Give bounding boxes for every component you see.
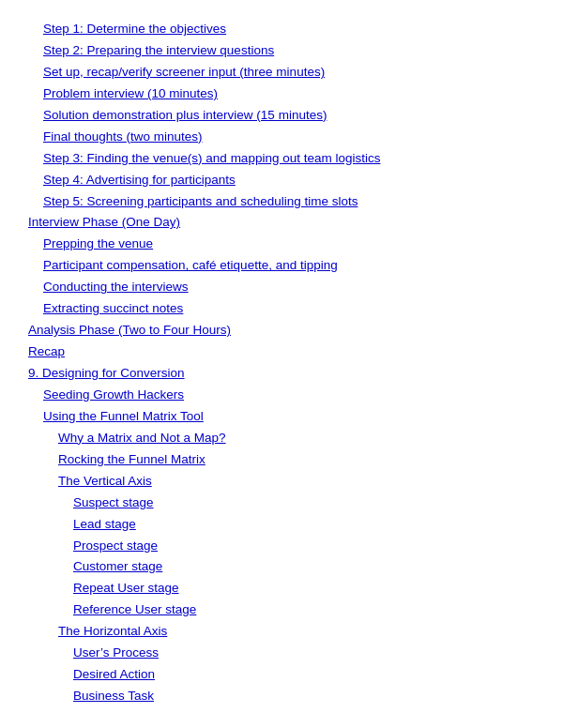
toc-link[interactable]: Step 3: Finding the venue(s) and mapping… — [43, 148, 535, 170]
toc-container: Step 1: Determine the objectivesStep 2: … — [28, 19, 535, 707]
toc-link[interactable]: Suspect stage — [73, 493, 535, 514]
toc-link[interactable]: The Vertical Axis — [58, 471, 535, 493]
toc-link[interactable]: Reference User stage — [73, 599, 535, 621]
toc-link[interactable]: Solution demonstration plus interview (1… — [43, 105, 535, 127]
toc-link[interactable]: Final thoughts (two minutes) — [43, 127, 535, 148]
toc-link[interactable]: Participant compensation, café etiquette… — [43, 255, 535, 277]
toc-link[interactable]: Recap — [28, 341, 535, 363]
toc-link[interactable]: Desired Action — [73, 664, 535, 686]
toc-link[interactable]: Prepping the venue — [43, 234, 535, 255]
toc-link[interactable]: Step 4: Advertising for participants — [43, 170, 535, 191]
toc-link[interactable]: The Horizontal Axis — [58, 621, 535, 643]
toc-link[interactable]: Seeding Growth Hackers — [43, 385, 535, 406]
toc-link[interactable]: Set up, recap/verify screener input (thr… — [43, 62, 535, 83]
toc-link[interactable]: Customer stage — [73, 556, 535, 578]
toc-link[interactable]: Lead stage — [73, 514, 535, 536]
toc-link[interactable]: Why a Matrix and Not a Map? — [58, 428, 535, 449]
toc-link[interactable]: 9. Designing for Conversion — [28, 363, 535, 385]
toc-link[interactable]: Repeat User stage — [73, 578, 535, 599]
toc-link[interactable]: Conducting the interviews — [43, 277, 535, 298]
toc-link[interactable]: Step 5: Screening participants and sched… — [43, 191, 535, 213]
toc-link[interactable]: Rocking the Funnel Matrix — [58, 449, 535, 471]
toc-link[interactable]: Extracting succinct notes — [43, 298, 535, 320]
toc-link[interactable]: Step 1: Determine the objectives — [43, 19, 535, 40]
toc-link[interactable]: Interview Phase (One Day) — [28, 212, 535, 234]
toc-link[interactable]: Step 2: Preparing the interview question… — [43, 40, 535, 62]
toc-link[interactable]: Using the Funnel Matrix Tool — [43, 406, 535, 428]
toc-link[interactable]: Prospect stage — [73, 536, 535, 557]
toc-link[interactable]: Analysis Phase (Two to Four Hours) — [28, 320, 535, 341]
toc-link[interactable]: User’s Process — [73, 643, 535, 664]
toc-link[interactable]: Business Task — [73, 686, 535, 707]
toc-link[interactable]: Problem interview (10 minutes) — [43, 83, 535, 105]
